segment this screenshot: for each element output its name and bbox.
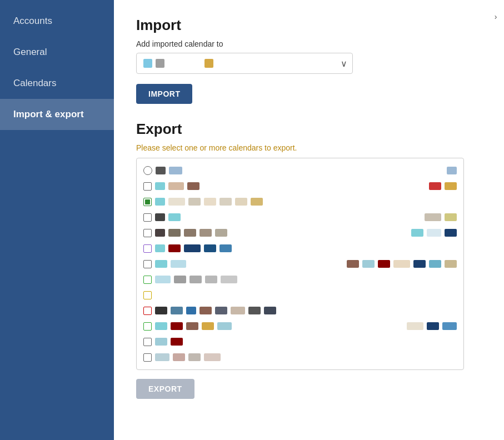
swatch-blue <box>143 59 152 68</box>
sidebar-item-import-export[interactable]: Import & export <box>0 99 114 130</box>
add-calendar-label: Add imported calendar to <box>136 39 482 48</box>
header-color1 <box>156 167 166 174</box>
import-section: Import Add imported calendar to ∨ IMPORT <box>136 17 482 121</box>
checkbox-3[interactable] <box>143 213 152 222</box>
checkbox-5[interactable] <box>143 244 152 253</box>
calendar-list-header <box>137 163 463 178</box>
calendar-list-row-9 <box>137 303 463 318</box>
swatch-gray <box>156 59 164 68</box>
checkbox-12[interactable] <box>143 353 152 362</box>
checkbox-9[interactable] <box>143 307 152 315</box>
checkbox-8[interactable] <box>143 291 152 299</box>
calendar-list-row-7 <box>137 272 463 287</box>
export-section: Export Please select one or more calenda… <box>136 121 482 399</box>
swatch-yellow <box>204 59 213 68</box>
calendar-dropdown[interactable] <box>136 53 353 74</box>
calendar-list-row-10 <box>137 318 463 334</box>
sidebar-toggle-button[interactable]: › <box>491 6 501 28</box>
main-content: › Import Add imported calendar to ∨ IMPO… <box>114 0 504 440</box>
calendar-list-row-1 <box>137 178 463 194</box>
checkbox-11[interactable] <box>143 338 152 346</box>
export-warning-label: Please select one or more calendars to e… <box>136 143 482 152</box>
checkbox-2[interactable] <box>143 198 152 206</box>
header-color3 <box>447 167 457 174</box>
calendar-list-row-4 <box>137 225 463 241</box>
calendar-list-row-12 <box>137 349 463 365</box>
calendar-list-row-3 <box>137 209 463 225</box>
calendar-list-row-2 <box>137 194 463 209</box>
checkbox-10[interactable] <box>143 322 152 331</box>
checkbox-7[interactable] <box>143 276 152 284</box>
calendar-dropdown-wrapper: ∨ <box>136 53 353 74</box>
import-button[interactable]: IMPORT <box>136 84 192 104</box>
sidebar: Accounts General Calendars Import & expo… <box>0 0 114 440</box>
header-color2 <box>169 167 182 174</box>
checkbox-1[interactable] <box>143 182 152 191</box>
calendar-list-row-8 <box>137 287 463 303</box>
calendar-list-row-5 <box>137 241 463 256</box>
dropdown-swatches <box>143 57 213 70</box>
header-radio[interactable] <box>143 166 152 175</box>
sidebar-item-calendars[interactable]: Calendars <box>0 68 114 99</box>
sidebar-item-accounts[interactable]: Accounts <box>0 6 114 37</box>
sidebar-item-general[interactable]: General <box>0 37 114 68</box>
checkbox-4[interactable] <box>143 229 152 237</box>
calendar-list-row-6 <box>137 256 463 272</box>
checkbox-6[interactable] <box>143 260 152 268</box>
calendar-list-box[interactable] <box>136 158 464 370</box>
calendar-list-row-11 <box>137 334 463 349</box>
import-title: Import <box>136 17 482 34</box>
export-button[interactable]: EXPORT <box>136 379 194 399</box>
export-title: Export <box>136 121 482 138</box>
